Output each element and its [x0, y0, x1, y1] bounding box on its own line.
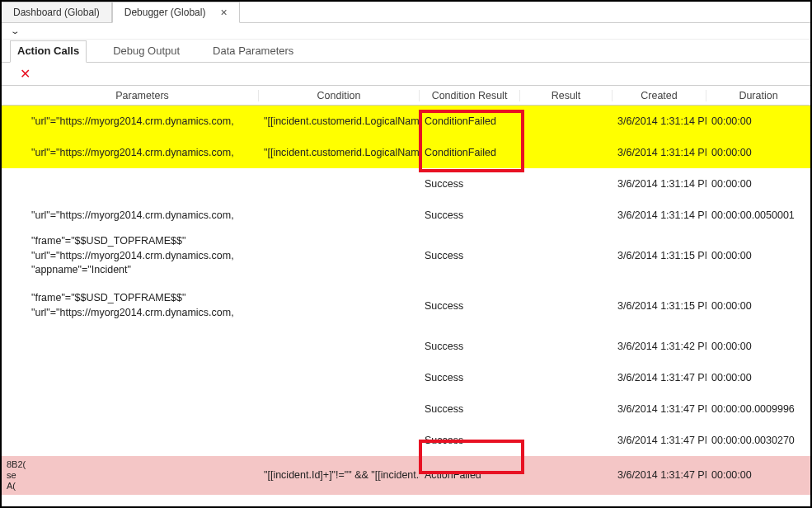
cell-parameters — [26, 472, 259, 478]
cell-condition — [259, 343, 420, 350]
header-duration[interactable]: Duration — [706, 90, 810, 101]
cell-duration: 00:00:00 — [706, 175, 810, 193]
clear-icon[interactable]: ✕ — [20, 66, 31, 82]
row-leading — [2, 374, 26, 381]
cell-condition — [259, 252, 420, 259]
table-row[interactable]: "url"="https://myorg2014.crm.dynamics.co… — [2, 137, 810, 168]
close-icon[interactable]: × — [220, 6, 227, 19]
cell-result — [520, 118, 613, 125]
cell-result — [520, 406, 613, 412]
cell-parameters: "url"="https://myorg2014.crm.dynamics.co… — [26, 112, 259, 130]
cell-result — [520, 343, 613, 350]
header-result[interactable]: Result — [520, 90, 613, 101]
cell-parameters — [26, 343, 259, 350]
cell-condition — [259, 437, 420, 444]
cell-parameters — [26, 181, 259, 187]
cell-condition: "[[incident.Id]+]"!="" && "[[incident.st… — [259, 466, 420, 484]
cell-condition — [259, 406, 420, 412]
cell-created: 3/6/2014 1:31:47 PM — [613, 400, 706, 418]
header-created[interactable]: Created — [613, 90, 706, 101]
header-condition-result[interactable]: Condition Result — [420, 90, 520, 101]
header-condition[interactable]: Condition — [259, 90, 420, 101]
cell-parameters — [26, 374, 259, 381]
inner-tab[interactable]: Action Calls — [10, 40, 87, 63]
cell-created: 3/6/2014 1:31:14 PM — [613, 143, 706, 162]
table-row[interactable]: Success3/6/2014 1:31:47 PM00:00:00.00099… — [2, 393, 810, 425]
inner-tab[interactable]: Debug Output — [106, 41, 186, 62]
table-row[interactable]: "frame"="$$USD_TOPFRAME$$""url"="https:/… — [2, 281, 810, 331]
cell-duration: 00:00:00 — [706, 501, 810, 508]
cell-parameters: "frame"="$$USD_TOPFRAME$$""url"="https:/… — [26, 288, 259, 323]
table-row[interactable]: "url"="https://myorg2014.crm.dynamics.co… — [2, 200, 810, 231]
inner-tab[interactable]: Data Parameters — [206, 41, 300, 62]
window-tab-label: Dashboard (Global) — [13, 7, 100, 18]
row-leading: 8B2( se A( — [2, 456, 26, 496]
cell-duration: 00:00:00.0009996 — [706, 400, 810, 418]
cell-parameters — [26, 406, 259, 412]
table-row[interactable]: "url"="https://myorg2014.crm.dynamics.co… — [2, 106, 810, 137]
cell-duration: 00:00:00 — [706, 369, 810, 387]
cell-condition-result: Success — [420, 206, 520, 224]
row-leading — [2, 149, 26, 156]
cell-condition-result: Success — [420, 431, 520, 449]
table-row[interactable]: "SessionId"="a086f836-b645-461c-97ba-3e9… — [2, 495, 810, 508]
table-row[interactable]: Success3/6/2014 1:31:47 PM00:00:00.00302… — [2, 425, 810, 456]
cell-condition: "[[incident.customerid.LogicalName]]"= — [259, 143, 420, 162]
header-parameters[interactable]: Parameters — [26, 90, 259, 101]
row-leading — [2, 181, 26, 187]
cell-duration: 00:00:00 — [706, 297, 810, 315]
cell-condition-result: Success — [420, 297, 520, 315]
cell-condition-result: ConditionFailed — [420, 143, 520, 162]
cell-parameters: "SessionId"="a086f836-b645-461c-97ba-3e9 — [26, 501, 259, 508]
cell-result — [520, 149, 613, 156]
cell-parameters: "url"="https://myorg2014.crm.dynamics.co… — [26, 143, 259, 162]
window-tab[interactable]: Dashboard (Global) — [2, 2, 112, 22]
cell-condition-result: ActionFailed — [420, 466, 520, 484]
cell-result — [520, 437, 613, 444]
cell-condition-result: Success — [420, 247, 520, 265]
cell-duration: 00:00:00.0050001 — [706, 206, 810, 224]
cell-duration: 00:00:00 — [706, 112, 810, 130]
cell-parameters — [26, 437, 259, 444]
table-row[interactable]: "frame"="$$USD_TOPFRAME$$""url"="https:/… — [2, 231, 810, 281]
table-row[interactable]: Success3/6/2014 1:31:47 PM00:00:00 — [2, 362, 810, 393]
action-bar: ✕ — [2, 63, 810, 86]
cell-parameters: "frame"="$$USD_TOPFRAME$$""url"="https:/… — [26, 231, 259, 281]
cell-condition-result: Success — [420, 175, 520, 193]
cell-created: 3/6/2014 1:31:15 PM — [613, 247, 706, 265]
cell-duration: 00:00:00.0030270 — [706, 431, 810, 449]
cell-created: 3/6/2014 1:31:47 PM — [613, 431, 706, 449]
table-row[interactable]: Success3/6/2014 1:31:42 PM00:00:00 — [2, 331, 810, 362]
cell-result — [520, 472, 613, 478]
cell-condition-result: Success — [420, 337, 520, 355]
chevron-down-icon[interactable]: ⌄ — [10, 26, 20, 35]
expand-row: ⌄ — [2, 23, 810, 40]
cell-condition — [259, 212, 420, 219]
cell-created: 3/6/2014 1:31:47 PM — [613, 501, 706, 508]
cell-result — [520, 252, 613, 259]
row-leading — [2, 406, 26, 412]
grid-body: "url"="https://myorg2014.crm.dynamics.co… — [2, 106, 810, 508]
cell-created: 3/6/2014 1:31:14 PM — [613, 206, 706, 224]
cell-condition — [259, 303, 420, 309]
row-leading — [2, 437, 26, 444]
cell-result — [520, 374, 613, 381]
table-row[interactable]: Success3/6/2014 1:31:14 PM00:00:00 — [2, 168, 810, 200]
cell-condition-result: ConditionFailed — [420, 112, 520, 130]
cell-created: 3/6/2014 1:31:15 PM — [613, 297, 706, 315]
row-leading — [2, 252, 26, 259]
cell-condition: "[[incident.customerid.LogicalName]]"= — [259, 112, 420, 130]
table-row[interactable]: 8B2( se A("[[incident.Id]+]"!="" && "[[i… — [2, 456, 810, 496]
cell-result — [520, 181, 613, 187]
cell-result — [520, 212, 613, 219]
row-leading — [2, 212, 26, 219]
cell-duration: 00:00:00 — [706, 143, 810, 162]
grid-header-row: Parameters Condition Condition Result Re… — [2, 86, 810, 106]
cell-parameters: "url"="https://myorg2014.crm.dynamics.co… — [26, 206, 259, 224]
cell-created: 3/6/2014 1:31:42 PM — [613, 337, 706, 355]
inner-tab-strip: Action CallsDebug OutputData Parameters — [2, 40, 810, 63]
window-tab[interactable]: Debugger (Global)× — [112, 2, 240, 23]
row-leading — [2, 118, 26, 125]
action-calls-grid: Parameters Condition Condition Result Re… — [2, 86, 810, 508]
cell-created: 3/6/2014 1:31:47 PM — [613, 369, 706, 387]
